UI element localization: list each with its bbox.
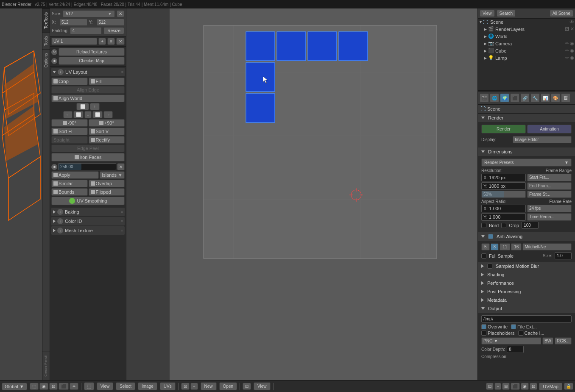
output-path-input[interactable]: /tmp\: [481, 315, 572, 322]
uv-menu-btn[interactable]: ≡: [107, 38, 115, 45]
view-menu-btn[interactable]: View: [97, 382, 114, 390]
props-texture-icon[interactable]: 🖼: [561, 93, 570, 103]
align-center2-btn[interactable]: ⬜: [92, 111, 103, 118]
props-render-icon[interactable]: 🎬: [480, 93, 489, 103]
new-btn[interactable]: New: [201, 382, 217, 390]
crop-value-input[interactable]: 100: [522, 222, 539, 229]
tab-textools[interactable]: TexTools: [42, 8, 50, 32]
resize-btn[interactable]: Resize: [103, 27, 124, 34]
sort-h-btn[interactable]: Sort H: [51, 128, 88, 135]
props-constraints-icon[interactable]: 🔗: [520, 93, 530, 103]
reload-textures-btn[interactable]: Reload Textures: [59, 48, 125, 56]
props-modifiers-icon[interactable]: 🔧: [530, 93, 540, 103]
end-frame-input[interactable]: End Fram...: [527, 182, 572, 190]
tree-lamp[interactable]: ▶ 💡 Lamp ✏ ◉: [478, 54, 575, 61]
props-scene-icon[interactable]: 🌐: [490, 93, 499, 103]
open-btn[interactable]: Open: [219, 382, 237, 390]
uvmap-label[interactable]: UVMap: [539, 383, 562, 390]
tree-camera[interactable]: ▶ 📷 Camera ✏ ◉: [478, 40, 575, 47]
size-aa-input[interactable]: 1.0: [555, 252, 572, 259]
color-id-menu-icon[interactable]: ≡: [121, 219, 123, 223]
align-world-btn[interactable]: Align World: [51, 95, 125, 102]
crop-checkbox[interactable]: [501, 223, 506, 228]
uv-channel-select[interactable]: UV 1: [51, 38, 97, 45]
select-menu-btn[interactable]: Select: [116, 382, 135, 390]
editor-icon-2[interactable]: +: [190, 383, 198, 390]
value-input[interactable]: 256.00: [58, 163, 116, 170]
props-object-icon[interactable]: ⬛: [510, 93, 519, 103]
padding-input[interactable]: 4: [70, 27, 102, 34]
flipped-btn[interactable]: Flipped: [89, 188, 125, 196]
viewport-mode-btn[interactable]: ⬚: [30, 383, 39, 390]
size-extra-btn[interactable]: ✕: [117, 10, 124, 17]
y-aspect-input[interactable]: Y: 1.000: [481, 213, 526, 221]
size-expand-icon[interactable]: ▼: [108, 11, 112, 16]
checker-map-btn[interactable]: Checker Map: [59, 57, 125, 65]
format-select[interactable]: PNG ▼: [481, 337, 541, 345]
viewport-extra-btn[interactable]: ☀: [70, 383, 78, 390]
rotate-pos90-btn[interactable]: +90°: [89, 119, 125, 127]
rgb-btn[interactable]: RGB...: [555, 337, 572, 345]
edge-peel-btn[interactable]: Edge Peel: [51, 145, 125, 152]
uvs-menu-btn[interactable]: UVs: [160, 382, 176, 390]
motion-blur-checkbox[interactable]: [487, 264, 492, 269]
tab-crease-pencil[interactable]: Crease Pencil: [42, 352, 50, 380]
render-presets-btn[interactable]: Render Presets ▼: [481, 158, 572, 167]
render-section-header[interactable]: Render: [478, 114, 575, 122]
similar-btn[interactable]: Similar: [51, 180, 88, 187]
align-edge-btn[interactable]: Align Edge: [51, 86, 125, 94]
lock-icon[interactable]: 🔒: [564, 383, 573, 390]
aa-checkbox[interactable]: [488, 234, 493, 239]
view-btn[interactable]: View: [480, 10, 495, 17]
viewport-render-btn[interactable]: ⬛: [59, 383, 69, 390]
straight-btn[interactable]: Straight: [51, 136, 88, 144]
motion-blur-header[interactable]: Sampled Motion Blur: [478, 262, 575, 270]
align-right-btn[interactable]: →: [103, 111, 113, 118]
props-world-icon[interactable]: 🌍: [500, 93, 509, 103]
aa-btn-16[interactable]: 16: [511, 243, 522, 250]
file-ext-checkbox[interactable]: [511, 324, 516, 329]
shading-header[interactable]: Shading: [478, 270, 575, 279]
tree-scene[interactable]: ▼ ⛶ Scene 👁: [478, 19, 575, 25]
render-btn[interactable]: Render: [481, 125, 526, 133]
fill-btn[interactable]: Fill: [89, 78, 125, 85]
x-aspect-input[interactable]: X: 1.000: [481, 205, 526, 212]
uv-layout-menu-icon[interactable]: ≡: [121, 70, 123, 74]
time-remap-input[interactable]: Time Rema...: [527, 213, 572, 221]
fps-select[interactable]: 24 fps: [527, 205, 572, 212]
image-menu-btn[interactable]: Image: [138, 382, 157, 390]
tree-renderlayers[interactable]: ▶ 🎬 RenderLayers 🖼 ✕: [478, 25, 575, 33]
br-icon-4[interactable]: ⬛: [511, 383, 520, 390]
islands-select[interactable]: Islands ▼: [100, 171, 125, 179]
viewport-solid-btn[interactable]: ◉: [39, 383, 48, 390]
uv-layout-header[interactable]: i UV Layout ≡: [51, 68, 125, 76]
aa-section-header[interactable]: Anti-Aliasing: [478, 232, 575, 241]
uv-smoothing-btn[interactable]: UV Smoothing: [51, 197, 125, 205]
aa-btn-11[interactable]: 11: [500, 243, 510, 250]
filter-select[interactable]: Mitchell-Ne: [522, 243, 572, 250]
props-material-icon[interactable]: 🎨: [551, 93, 560, 103]
align-left-btn[interactable]: ←: [63, 111, 73, 118]
view2-icon-1[interactable]: ⊡: [243, 383, 251, 390]
x-res-input[interactable]: X: 1920 px: [481, 174, 526, 181]
align-center-up-btn[interactable]: ⬜: [76, 103, 89, 110]
y-input[interactable]: 512: [97, 19, 125, 26]
br-icon-6[interactable]: ⊡: [530, 383, 537, 390]
aa-btn-8[interactable]: 8: [491, 243, 499, 250]
aa-btn-5[interactable]: 5: [481, 243, 490, 250]
output-section-header[interactable]: Output: [478, 304, 575, 313]
bw-btn[interactable]: BW: [542, 337, 553, 345]
cache-checkbox[interactable]: [518, 331, 523, 336]
post-processing-header[interactable]: Post Processing: [478, 287, 575, 296]
performance-header[interactable]: Performance: [478, 279, 575, 287]
overwrite-checkbox[interactable]: [481, 324, 486, 329]
display-select[interactable]: Image Editor: [513, 136, 572, 143]
size-input[interactable]: 512 ▼: [63, 10, 115, 17]
frame-step-input[interactable]: Frame St...: [527, 191, 572, 198]
iron-faces-btn[interactable]: Iron Faces: [51, 153, 125, 161]
search-btn[interactable]: Search: [497, 10, 516, 17]
br-icon-1[interactable]: ⊡: [486, 383, 494, 390]
crop-btn[interactable]: Crop: [51, 78, 88, 85]
view2-btn[interactable]: View: [254, 382, 271, 390]
uv-close-btn[interactable]: ✕: [116, 38, 125, 45]
